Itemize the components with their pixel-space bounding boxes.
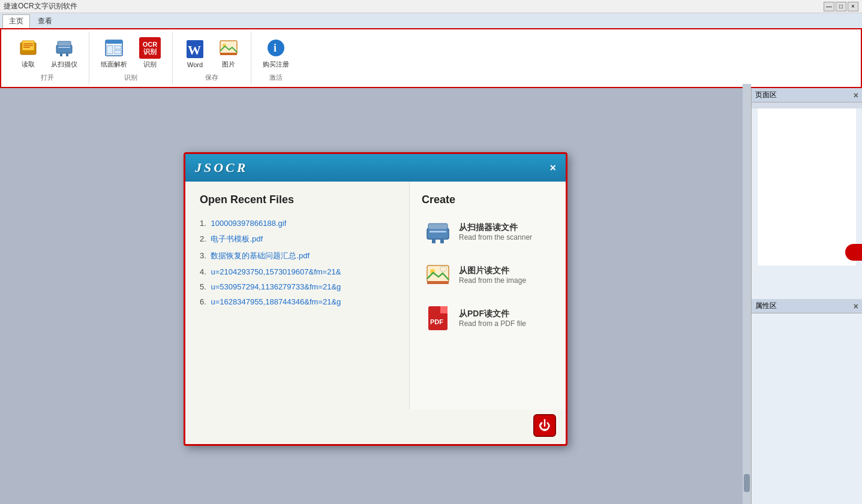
svg-rect-3 <box>58 41 71 46</box>
list-filename: u=2104293750,1573019607&fm=21& <box>211 267 341 276</box>
page-panel-body <box>752 108 862 304</box>
scanner-main-label: 从扫描器读文件 <box>459 222 532 233</box>
svg-rect-6 <box>58 47 70 48</box>
ocr-button[interactable]: OCR识别 识别 <box>135 34 165 72</box>
attr-panel-header: 属性区 × <box>752 299 862 313</box>
list-filename: 数据恢复的基础问题汇总.pdf <box>211 251 310 260</box>
pdf-sub-label: Read from a PDF file <box>459 319 526 328</box>
svg-rect-23 <box>430 231 446 233</box>
open-group-label: 打开 <box>41 73 54 82</box>
image-label: 图片 <box>222 60 235 69</box>
scan-label: 从扫描仪 <box>51 60 77 69</box>
buy-label: 购买注册 <box>263 60 289 69</box>
layout-label: 纸面解析 <box>101 60 127 69</box>
create-image-item[interactable]: 从图片读文件 Read from the image <box>422 259 554 291</box>
svg-rect-9 <box>107 46 113 54</box>
recent-files-list: 1. 100009397866188.gif 2. 电子书模板.pdf 3. 数… <box>200 216 395 309</box>
image-icon <box>218 37 239 59</box>
buy-icon: i <box>265 37 287 59</box>
list-item[interactable]: 2. 电子书模板.pdf <box>200 231 395 248</box>
svg-rect-10 <box>115 46 121 49</box>
maximize-button[interactable]: □ <box>836 2 846 11</box>
scanner-icon <box>424 218 452 246</box>
scanner-sub-label: Read from the scanner <box>459 233 532 242</box>
dialog-footer: ⏻ <box>185 409 566 444</box>
svg-text:W: W <box>188 43 201 58</box>
svg-rect-14 <box>220 41 237 54</box>
identify-group-label: 识别 <box>124 73 137 82</box>
ocr-icon: OCR识别 <box>139 37 161 59</box>
list-item[interactable]: 3. 数据恢复的基础问题汇总.pdf <box>200 248 395 264</box>
tab-home[interactable]: 主页 <box>2 14 30 28</box>
page-panel: 页面区 × <box>752 88 862 299</box>
list-item[interactable]: 5. u=530957294,1136279733&fm=21&g <box>200 279 395 294</box>
page-panel-close[interactable]: × <box>854 90 858 100</box>
welcome-dialog: JSOCR × Open Recent Files 1. 10000939786… <box>184 152 567 446</box>
svg-text:PDF: PDF <box>430 318 443 325</box>
dialog-body: Open Recent Files 1. 100009397866188.gif… <box>185 182 566 409</box>
list-filename: 电子书模板.pdf <box>211 234 263 243</box>
app-title: 捷速OCR文字识别软件 <box>4 1 77 11</box>
layout-button[interactable]: 纸面解析 <box>97 34 131 72</box>
svg-rect-27 <box>440 267 446 271</box>
svg-rect-19 <box>427 228 449 239</box>
image-text: 从图片读文件 Read from the image <box>459 265 526 285</box>
activate-group-label: 激活 <box>269 73 283 82</box>
svg-rect-20 <box>428 224 447 230</box>
image-main-label: 从图片读文件 <box>459 265 526 276</box>
read-button[interactable]: 读取 <box>13 34 43 72</box>
svg-rect-4 <box>60 53 62 56</box>
dialog-close-button[interactable]: × <box>549 162 556 173</box>
create-title: Create <box>422 194 554 206</box>
ribbon: 主页 查看 读取 <box>0 13 862 88</box>
word-button[interactable]: W Word <box>180 35 210 71</box>
tab-view[interactable]: 查看 <box>31 14 59 28</box>
word-icon: W <box>184 38 206 60</box>
read-label: 读取 <box>22 60 35 69</box>
ribbon-group-activate: i 购买注册 激活 <box>251 32 301 84</box>
list-filename: u=1628347955,188744346&fm=21&g <box>211 297 341 306</box>
list-num: 6. <box>200 297 206 306</box>
main-area: JSOCR × Open Recent Files 1. 10000939786… <box>0 88 862 504</box>
power-button[interactable]: ⏻ <box>533 414 556 437</box>
list-item[interactable]: 4. u=2104293750,1573019607&fm=21& <box>200 264 395 279</box>
pdf-icon: PDF <box>424 304 452 332</box>
svg-rect-29 <box>440 306 447 313</box>
svg-rect-8 <box>106 40 122 44</box>
svg-rect-11 <box>115 50 121 54</box>
page-panel-header: 页面区 × <box>752 88 862 102</box>
minimize-button[interactable]: — <box>824 2 834 11</box>
scan-button[interactable]: 从扫描仪 <box>47 34 82 72</box>
list-item[interactable]: 6. u=1628347955,188744346&fm=21&g <box>200 294 395 309</box>
pdf-main-label: 从PDF读文件 <box>459 309 526 319</box>
scan-icon <box>53 37 75 59</box>
window-controls[interactable]: — □ × <box>824 2 858 11</box>
workspace-scrollbar[interactable] <box>743 84 751 504</box>
list-item[interactable]: 1. 100009397866188.gif <box>200 216 395 231</box>
buy-button[interactable]: i 购买注册 <box>259 34 293 72</box>
red-accent <box>845 244 862 261</box>
scrollbar-thumb[interactable] <box>744 474 750 492</box>
open-buttons: 读取 从扫描仪 <box>13 34 82 72</box>
svg-rect-26 <box>427 281 449 284</box>
attr-panel: 属性区 × <box>752 299 862 504</box>
create-scanner-item[interactable]: 从扫描器读文件 Read from the scanner <box>422 216 554 248</box>
page-panel-label: 页面区 <box>755 90 777 100</box>
dialog-title: JSOCR <box>195 160 248 176</box>
ribbon-group-open: 读取 从扫描仪 打开 <box>6 32 89 84</box>
svg-rect-22 <box>440 239 444 243</box>
dialog-header: JSOCR × <box>185 154 566 182</box>
image-button[interactable]: 图片 <box>214 34 244 72</box>
attr-panel-close[interactable]: × <box>854 301 858 311</box>
scanner-text: 从扫描器读文件 Read from the scanner <box>459 222 532 242</box>
close-button[interactable]: × <box>848 2 858 11</box>
dialog-overlay: JSOCR × Open Recent Files 1. 10000939786… <box>0 88 751 504</box>
workspace: JSOCR × Open Recent Files 1. 10000939786… <box>0 88 751 504</box>
attr-panel-body <box>752 313 862 504</box>
dialog-right: Create <box>410 182 566 409</box>
svg-text:i: i <box>274 42 277 54</box>
ribbon-group-identify: 纸面解析 OCR识别 识别 识别 <box>89 32 173 84</box>
create-pdf-item[interactable]: PDF 从PDF读文件 Read from a PDF file <box>422 302 554 334</box>
list-num: 3. <box>200 251 206 260</box>
list-num: 5. <box>200 282 206 291</box>
